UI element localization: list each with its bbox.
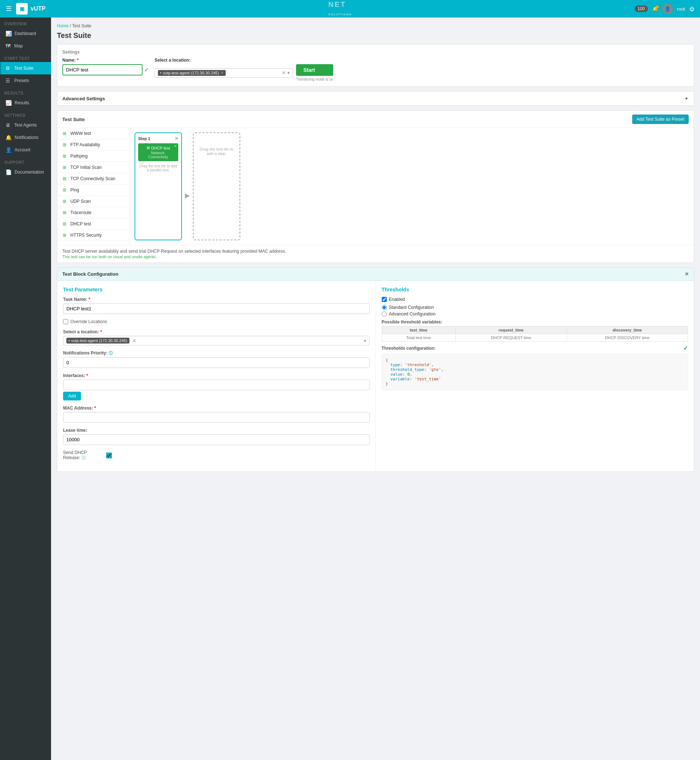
dhcp-release-info-icon[interactable]: ⓘ	[82, 455, 86, 460]
net-logo: NET SOLUTIONS	[328, 0, 352, 17]
interfaces-input[interactable]	[63, 380, 370, 390]
test-item-ftp[interactable]: ⊞ FTP Availability	[57, 139, 130, 151]
notif-priority-field: Notifications Priority: ⓘ	[63, 350, 370, 368]
task-name-input[interactable]	[63, 303, 370, 314]
config-title: Test Block Configuration	[62, 271, 119, 277]
threshold-desc-request-time: DHCP REQUEST time	[455, 334, 567, 342]
node-icon-tcp-initial: ⊞	[61, 164, 68, 170]
name-input[interactable]	[62, 64, 142, 75]
test-item-label-scraper: Scraper test	[70, 244, 94, 245]
sidebar-item-test-suite[interactable]: ⚙ Test Suite	[0, 62, 51, 74]
sidebar-item-presets[interactable]: ☰ Presets	[0, 74, 51, 87]
credit-badge: 100	[635, 5, 648, 12]
lease-time-input[interactable]	[63, 434, 370, 445]
test-params-title: Test Parameters	[63, 287, 370, 292]
test-agents-icon: 🖥	[5, 122, 11, 128]
config-agent-tag-close[interactable]: ✕	[132, 338, 136, 344]
test-item-traceroute[interactable]: ⊞ Traceroute	[57, 207, 130, 219]
test-item-udp[interactable]: ⊞ UDP Scan	[57, 196, 130, 207]
agent-tag-close[interactable]: ✕	[220, 71, 223, 75]
start-button[interactable]: Start	[296, 64, 333, 76]
mac-address-input[interactable]	[63, 412, 370, 423]
advanced-config-radio[interactable]	[382, 311, 387, 317]
node-icon-https: ⊞	[61, 232, 68, 238]
drop-step-hint: Drag the test tile to add a step.	[197, 147, 237, 156]
test-item-tcp-connectivity[interactable]: ⊞ TCP Connectivity Scan	[57, 173, 130, 185]
advanced-config-label: Advanced Configuration	[389, 311, 436, 317]
location-selector[interactable]: ▪ vutp-test-agent (172.30.30.245) ✕ ✕ ▾	[155, 68, 293, 78]
interfaces-label: Interfaces: *	[63, 373, 370, 378]
test-item-scraper[interactable]: ⊞ Scraper test	[57, 241, 130, 245]
sidebar-item-account[interactable]: 👤 Account	[0, 144, 51, 156]
test-item-www[interactable]: ⊞ WWW test	[57, 128, 130, 139]
config-close-icon[interactable]: ✕	[685, 271, 689, 277]
threshold-enabled-checkbox[interactable]	[382, 297, 387, 302]
threshold-col-test-time: test_time	[382, 327, 455, 334]
user-avatar[interactable]: 👤	[662, 4, 673, 14]
tile-name: DHCP test	[151, 146, 170, 150]
test-item-label-traceroute: Traceroute	[70, 210, 92, 215]
hamburger-menu[interactable]: ☰	[6, 5, 12, 13]
documentation-icon: 📄	[5, 169, 12, 175]
location-clear-icon[interactable]: ✕	[282, 70, 286, 75]
settings-section-label: Settings	[62, 50, 689, 55]
step-1-close[interactable]: ✕	[175, 136, 178, 141]
threshold-variables-table: test_time request_time discovery_time To…	[382, 326, 688, 342]
override-locations-checkbox[interactable]	[63, 319, 68, 324]
test-item-tcp-initial[interactable]: ⊞ TCP Initial Scan	[57, 162, 130, 173]
sidebar-item-documentation[interactable]: 📄 Documentation	[0, 166, 51, 178]
config-location-dropdown[interactable]: ▾	[364, 338, 366, 344]
tile-subtitle: Network: Connectivity	[141, 151, 175, 159]
dhcp-release-checkbox[interactable]	[106, 453, 112, 458]
logo-text: vUTP	[31, 5, 45, 12]
standard-config-radio[interactable]	[382, 305, 387, 310]
sidebar-item-test-agents[interactable]: 🖥 Test Agents	[0, 119, 51, 131]
power-icon[interactable]: ⏻	[689, 6, 694, 12]
threshold-enabled-label: Enabled	[389, 297, 405, 302]
breadcrumb-home[interactable]: Home	[57, 23, 69, 28]
steps-area: Step 1 ✕ ✕ ⊞ DHCP test Network: Connecti…	[130, 128, 694, 245]
node-icon-ping: ⊞	[61, 187, 68, 193]
config-body: Test Parameters Task Name: * Override Lo…	[57, 281, 694, 472]
breadcrumb: Home / Test Suite	[57, 23, 694, 28]
notifications-bell[interactable]: 🔔	[652, 6, 658, 12]
test-item-pathping[interactable]: ⊞ Pathping	[57, 151, 130, 162]
advanced-config-row: Advanced Configuration	[382, 311, 688, 317]
code-line-3: value: 0,	[386, 372, 684, 377]
logo-icon: ▣	[16, 3, 28, 15]
mac-address-field: MAC Address: *	[63, 405, 370, 423]
threshold-col-request-time: request_time	[455, 327, 567, 334]
add-step-card[interactable]: Drag the test tile to add a step.	[193, 132, 240, 240]
test-run-note: This test can be run both on cloud and o…	[62, 255, 689, 259]
add-interface-button[interactable]: Add	[63, 392, 81, 400]
task-name-required: *	[89, 297, 91, 302]
dhcp-test-tile[interactable]: ✕ ⊞ DHCP test Network: Connectivity	[138, 143, 178, 161]
location-dropdown-icon[interactable]: ▾	[287, 70, 290, 75]
sidebar-item-notifications[interactable]: 🔔 Notifications	[0, 131, 51, 144]
config-location-selector[interactable]: ▪ vutp-test-agent (172.30.30.245) ✕ ▾	[63, 336, 370, 346]
sidebar-item-dashboard[interactable]: 📊 Dashboard	[0, 27, 51, 40]
test-item-https[interactable]: ⊞ HTTPS Security	[57, 230, 130, 241]
sidebar-item-results[interactable]: 📈 Results	[0, 97, 51, 109]
sidebar-item-map[interactable]: 🗺 Map	[0, 40, 51, 52]
node-icon-www: ⊞	[61, 131, 68, 136]
notif-priority-input[interactable]	[63, 357, 370, 368]
test-item-dhcp[interactable]: ⊞ DHCP test	[57, 219, 130, 230]
step-1-card: Step 1 ✕ ✕ ⊞ DHCP test Network: Connecti…	[134, 132, 182, 240]
test-item-label-tcp-connectivity: TCP Connectivity Scan	[70, 176, 115, 181]
account-icon: 👤	[5, 147, 12, 153]
add-preset-button[interactable]: Add Test Suite as Preset	[632, 114, 689, 124]
tile-close-icon[interactable]: ✕	[174, 144, 177, 148]
dhcp-release-row: Send DHCP Release: ⓘ	[63, 450, 370, 461]
name-check-icon: ✓	[144, 66, 149, 73]
main-content: Home / Test Suite Test Suite Settings Na…	[51, 17, 700, 760]
advanced-settings-header[interactable]: Advanced Settings ＋	[57, 92, 694, 106]
threshold-config-label-row: Thresholds configuration: ✓	[382, 345, 688, 352]
threshold-config-check-icon: ✓	[683, 345, 688, 352]
test-item-ping[interactable]: ⊞ Ping	[57, 185, 130, 196]
config-left-panel: Test Parameters Task Name: * Override Lo…	[57, 281, 376, 472]
node-icon-dhcp: ⊞	[61, 221, 68, 227]
task-name-field: Task Name: *	[63, 297, 370, 314]
notif-info-icon[interactable]: ⓘ	[109, 351, 112, 355]
app-logo: ▣ vUTP	[16, 3, 45, 15]
